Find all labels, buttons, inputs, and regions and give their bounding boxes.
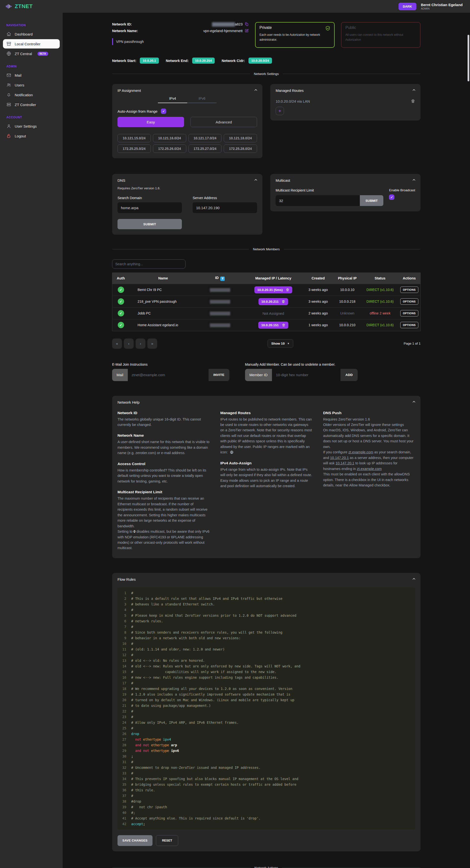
sidebar-item-user-settings[interactable]: User Settings (3, 122, 60, 131)
ip-range-chip[interactable]: 10.121.17.0/24 (189, 134, 222, 142)
ip-range-chip[interactable]: 172.25.26.0/24 (153, 145, 186, 153)
theme-toggle-button[interactable]: DARK (399, 3, 416, 10)
multicast-submit-button[interactable]: SUBMIT (360, 195, 383, 206)
member-created: 2 weeks ago (308, 311, 328, 315)
sidebar-item-logout[interactable]: Logout (3, 131, 60, 141)
add-route-button[interactable] (276, 107, 284, 115)
multicast-limit-input[interactable] (276, 195, 360, 206)
link[interactable]: zt.example.com (348, 450, 373, 454)
server-address-input[interactable] (193, 202, 257, 213)
page-size-select[interactable]: Show 10▼ (268, 339, 293, 348)
flow-rules-code[interactable]: 1#2# This is a default rule set that all… (118, 587, 415, 830)
ip-range-chip[interactable]: 172.25.27.0/24 (189, 145, 222, 153)
sidebar-item-mail[interactable]: Mail (3, 70, 60, 80)
ip-range-chip[interactable]: 10.121.18.0/24 (224, 134, 257, 142)
trash-icon[interactable] (281, 300, 285, 304)
enable-broadcast-label: Enable Broadcast (389, 188, 415, 192)
link[interactable]: 10.147.20.1 (336, 461, 355, 465)
sidebar-item-local-controller[interactable]: Local Controller (3, 39, 60, 49)
managed-ip-badge[interactable]: 10.0.20.31 (5ms) (254, 286, 292, 293)
help-heading: DNS Push (323, 411, 415, 415)
trash-icon[interactable] (282, 323, 286, 327)
help-text: On macOS, iOS, Windows, and Android, Zer… (323, 427, 415, 450)
network-actions-divider: Network Actions (112, 866, 421, 868)
page-first-button[interactable]: « (112, 339, 122, 349)
network-description[interactable]: VPN passthrough (112, 38, 249, 45)
network-id-label: Network ID: (112, 22, 132, 26)
tab-ipv6[interactable]: IPv6 (187, 96, 216, 103)
auth-check-icon[interactable]: ✓ (118, 310, 124, 316)
sidebar-item-dashboard[interactable]: Dashboard (3, 29, 60, 39)
chevron-up-icon[interactable] (412, 577, 416, 581)
sidebar-item-users[interactable]: Users (3, 80, 60, 90)
copy-icon[interactable] (244, 22, 249, 26)
member-options-button[interactable]: OPTIONS (400, 286, 418, 293)
sidebar-item-notification[interactable]: Notification (3, 90, 60, 99)
code-line: 29 and not ethertype ipv6 (118, 748, 415, 754)
ip-range-chip[interactable]: 10.121.15.0/24 (118, 134, 151, 142)
dns-submit-button[interactable]: SUBMIT (118, 219, 182, 229)
user-menu[interactable]: Bernt Christian Egeland ADMIN (421, 3, 463, 10)
reset-button[interactable]: RESET (156, 835, 178, 846)
sidebar-item-zt-controller[interactable]: ZT Controller (3, 100, 60, 109)
link[interactable]: 10.147.20.1 (330, 456, 349, 460)
code-line: 2# This is a default rule set that allow… (118, 596, 415, 601)
enable-broadcast-checkbox[interactable]: ✓ (389, 194, 394, 200)
search-domain-input[interactable] (118, 202, 182, 213)
easy-mode-button[interactable]: Easy (118, 117, 184, 127)
managed-ip-badge[interactable]: 10.0.20.211 (259, 298, 289, 305)
chevron-up-icon[interactable] (412, 88, 416, 92)
filter-funnel-icon[interactable] (220, 277, 225, 281)
dns-title: DNS (118, 178, 257, 183)
scrollbar-thumb[interactable] (468, 35, 469, 81)
advanced-mode-button[interactable]: Advanced (191, 117, 257, 127)
ip-range-chip[interactable]: 172.25.28.0/24 (224, 145, 257, 153)
table-row[interactable]: ✓ Jobb PC ██████████ Not Assigned 2 week… (112, 307, 421, 319)
sidebar-item-zt-central[interactable]: ZT Central BETA (3, 49, 60, 58)
network-summary-row: Network Start: 10.0.20.1 Network End: 10… (112, 58, 421, 64)
save-changes-button[interactable]: SAVE CHANGES (118, 835, 153, 846)
member-id-input[interactable] (272, 369, 340, 381)
member-options-button[interactable]: OPTIONS (400, 298, 418, 305)
auth-check-icon[interactable]: ✓ (118, 298, 124, 305)
ztnet-wave-icon (5, 3, 12, 10)
managed-ip-badge[interactable]: 10.0.20.151 (258, 321, 288, 329)
access-private-card[interactable]: Private Each user needs to be Autorizati… (255, 22, 335, 48)
chevron-up-icon[interactable] (412, 400, 416, 404)
ip-range-chip[interactable]: 10.121.16.0/24 (153, 134, 186, 142)
help-heading: Managed Routes (220, 411, 312, 415)
invite-email-input[interactable] (128, 369, 208, 381)
table-row[interactable]: ✓ 218_pve VPN passtrough ██████████ 10.0… (112, 296, 421, 307)
auth-check-icon[interactable]: ✓ (118, 286, 124, 293)
auth-check-icon[interactable]: ✓ (118, 322, 124, 328)
code-line: 23# (118, 714, 415, 720)
invite-button[interactable]: INVITE (208, 369, 229, 381)
link[interactable]: zt.example.com (357, 467, 382, 471)
trash-icon[interactable] (411, 99, 415, 103)
access-public-card[interactable]: Public All users can connect to this net… (341, 22, 421, 48)
auto-assign-checkbox[interactable]: ✓ (161, 108, 166, 114)
chevron-up-icon[interactable] (254, 178, 258, 182)
globe-icon (6, 51, 11, 56)
page-next-button[interactable]: › (136, 339, 145, 349)
network-start-label: Network Start: (112, 59, 136, 63)
network-help-panel: Network Help Network ID The networks glo… (112, 396, 421, 558)
tab-ipv4[interactable]: IPv4 (158, 96, 187, 103)
edit-icon[interactable] (244, 29, 249, 33)
table-row[interactable]: ✓ Home Assistant egeland.io ██████████ 1… (112, 319, 421, 331)
member-options-button[interactable]: OPTIONS (400, 322, 418, 328)
dns-panel: DNS Requires ZeroTier version 1.6. Searc… (112, 174, 262, 235)
col-managed-ip: Managed IP / Latency (243, 273, 304, 284)
chevron-up-icon[interactable] (412, 178, 416, 182)
ip-range-chip[interactable]: 172.25.25.0/24 (118, 145, 151, 153)
chevron-up-icon[interactable] (254, 88, 258, 92)
logo[interactable]: ZTNET (0, 3, 63, 10)
network-name-value: vpn-egeland-hjemmenett (203, 29, 243, 33)
add-member-button[interactable]: ADD (340, 369, 358, 381)
page-last-button[interactable]: » (147, 339, 157, 349)
page-prev-button[interactable]: ‹ (124, 339, 134, 349)
members-search-input[interactable] (112, 259, 186, 269)
member-options-button[interactable]: OPTIONS (400, 310, 418, 316)
table-row[interactable]: ✓ Bernt Chr I9 PC ██████████ 10.0.20.31 … (112, 284, 421, 296)
trash-icon[interactable] (286, 288, 289, 292)
